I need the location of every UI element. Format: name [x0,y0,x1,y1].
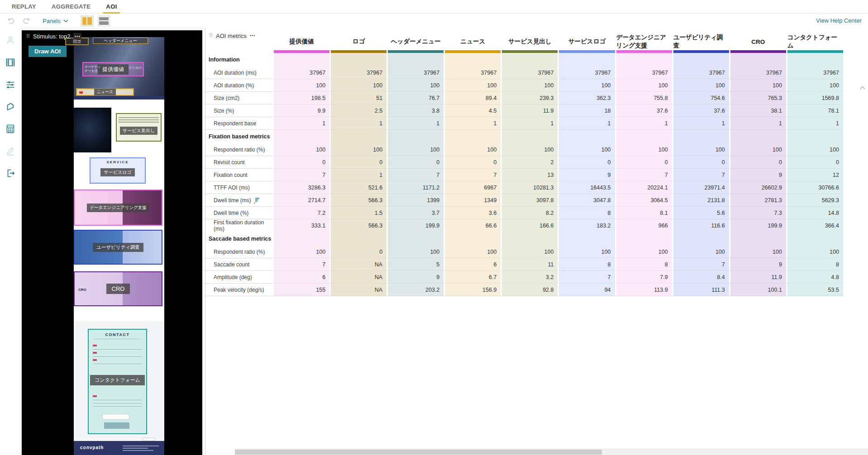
metric-cell: 100 [729,246,786,258]
layout-columns-button[interactable] [81,16,93,26]
sidebar-item-recordings[interactable] [5,57,16,68]
aoi-metrics-menu-button[interactable]: ••• [250,33,255,38]
aoi-box-usability[interactable]: ユーザビリティ調査 [74,230,162,265]
tab-aggregate[interactable]: AGGREGATE [51,0,91,13]
metric-cell: 100 [672,143,729,156]
aoi-column-header[interactable]: ロゴ [329,30,386,53]
aoi-label: サービス見出し [120,127,157,135]
sidebar-item-participants[interactable] [5,34,16,46]
metric-cell: 7.2 [272,207,329,219]
metric-cell: 37.6 [672,104,729,117]
metric-cell: 14.8 [786,207,843,219]
metric-cell: 366.4 [786,219,843,232]
draw-aoi-button[interactable]: Draw AOI [29,46,67,57]
metric-cell: 37967 [272,66,329,79]
stimulus-drag-handle[interactable]: ⠿ [26,33,30,39]
sidebar-item-aoi-tool[interactable] [5,101,16,113]
aoi-column-header[interactable]: サービス見出し [501,30,558,53]
aoi-box-header-menu[interactable]: ヘッダーメニュー [93,38,148,44]
aoi-column-name: ユーザビリティ調査 [673,33,729,50]
metric-cell: 2.5 [329,104,386,117]
undo-button[interactable] [6,16,15,25]
metric-cell: 100 [672,246,729,258]
metric-cell-empty [786,53,843,66]
aoi-box-service-heading[interactable]: サービス見出し [116,113,162,142]
metric-cell-empty [672,130,729,143]
row-bar-icon [99,21,109,25]
table-row: ⠿AOI metrics•••提供価値ロゴヘッダーメニューニュースサービス見出し… [205,30,843,53]
stimulus-photo-hand [74,108,111,152]
metric-cell: 7 [615,169,672,181]
metric-cell: 89.4 [444,92,501,104]
aoi-column-header[interactable]: データエンジニアリング支援 [615,30,672,53]
metric-row-label: Respondent base [205,117,272,130]
metric-cell: 100 [786,246,843,258]
aoi-box-data-engineering[interactable]: データエンジニアリング支援 [74,190,162,226]
metric-cell: 76.7 [386,92,444,104]
metric-cell-empty [615,232,672,246]
metric-cell: 9.9 [272,104,329,117]
sidebar-item-metrics[interactable] [5,123,16,135]
metric-cell: 116.6 [672,219,729,232]
metric-cell: 3047.8 [558,194,615,207]
metric-cell: 100 [272,143,329,156]
metric-cell: 0 [786,156,843,169]
metric-cell: 1 [386,117,444,130]
aoi-column-header[interactable]: サービスロゴ [558,30,615,53]
metric-cell: 94 [558,284,615,296]
sidebar-item-settings[interactable] [5,79,16,90]
metric-cell: 183.2 [558,219,615,232]
metric-cell: 53.5 [786,284,843,296]
redo-button[interactable] [22,16,31,25]
stimulus-image: ロゴ ヘッダーメニュー マーケティ データ活 のための 提供価値 ニュース [74,37,164,455]
metric-cell: 100 [501,79,558,92]
metric-cell: 754.6 [672,92,729,104]
metric-cell: 6.7 [444,271,501,284]
aoi-column-header[interactable]: ユーザビリティ調査 [672,30,729,53]
horizontal-scrollbar-thumb[interactable] [235,450,602,455]
aoi-box-contact-form[interactable]: CONTACT コンタクトフォーム [88,329,147,434]
tab-aoi[interactable]: AOI [105,0,118,13]
metric-cell: 7.3 [729,207,786,219]
aoi-column-name: CRO [751,38,765,45]
metric-cell: 9 [729,169,786,181]
aoi-column-header[interactable]: CRO [729,30,786,53]
aoi-metrics-drag-handle[interactable]: ⠿ [209,33,213,38]
aoi-column-header[interactable]: 提供価値 [272,30,329,53]
vertical-scrollbar-up[interactable] [860,83,865,91]
aoi-column-header[interactable]: ニュース [444,30,501,53]
sort-descending-icon[interactable] [254,197,260,204]
layout-rows-button[interactable] [98,16,110,26]
aoi-color-bar [673,50,729,53]
aoi-box-value-prop[interactable]: マーケティ データ活 のための 提供価値 [82,62,144,76]
footer-logo: convpath [80,445,104,450]
tab-replay[interactable]: REPLAY [11,0,37,13]
metric-cell: 100 [444,79,501,92]
aoi-box-news[interactable]: ニュース [76,88,134,96]
undo-icon [7,17,15,25]
view-help-center-link[interactable]: View Help Center [816,17,862,24]
table-row: TTFF AOI (ms)3286.3521.61171.2696710281.… [205,181,843,194]
metric-cell: 155 [272,284,329,296]
aoi-column-header[interactable]: コンタクトフォーム [786,30,843,53]
aoi-box-cro[interactable]: CRO CRO [74,271,162,306]
horizontal-scrollbar[interactable] [235,449,868,455]
metric-cell: 7.9 [615,271,672,284]
metric-cell: 0 [729,156,786,169]
metric-cell: 23971.4 [672,181,729,194]
stimulus-menu-button[interactable]: ••• [73,33,81,40]
aoi-box-service-logo[interactable]: SERVICE サービスロゴ [90,157,146,184]
metric-cell-empty [729,232,786,246]
metric-cell: 1569.8 [786,92,843,104]
captcha-sketch [102,414,129,420]
metric-cell: 100 [386,79,444,92]
sidebar-item-annotate[interactable] [5,145,16,157]
sidebar-item-exit[interactable] [5,167,16,179]
metric-cell: 37967 [386,66,444,79]
panels-dropdown[interactable]: Panels [43,18,68,24]
metric-cell: 111.3 [672,284,729,296]
metric-cell: 11.9 [501,104,558,117]
aoi-column-header[interactable]: ヘッダーメニュー [386,30,444,53]
aoi-column-name: ロゴ [353,38,365,46]
pencil-icon [5,146,16,156]
